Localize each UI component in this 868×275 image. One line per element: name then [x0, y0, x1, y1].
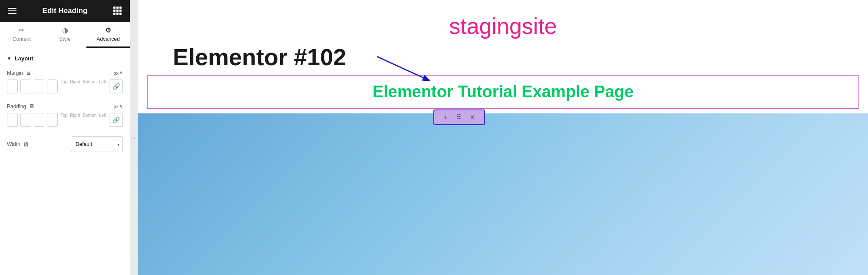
margin-label-row: Margin 🖥 px ∨	[7, 70, 123, 76]
padding-right-input[interactable]	[20, 113, 31, 127]
collapse-chevron-icon: ‹	[133, 135, 135, 141]
margin-unit-selector[interactable]: px ∨	[113, 70, 123, 76]
margin-input-labels: Top Right Bottom Left	[60, 80, 106, 84]
width-label: Width	[7, 141, 20, 147]
margin-inputs-group: Top Right Bottom Left 🔗	[7, 80, 123, 95]
arrow-annotation	[373, 52, 442, 87]
drag-widget-button[interactable]: ⠿	[452, 113, 466, 122]
margin-top-label: Top	[60, 80, 67, 84]
padding-unit-selector[interactable]: px ∨	[113, 103, 123, 109]
tab-advanced[interactable]: ⚙ Advanced	[86, 22, 130, 48]
margin-top-input[interactable]	[7, 80, 18, 93]
panel-title: Edit Heading	[43, 7, 88, 15]
margin-link-button[interactable]: 🔗	[109, 80, 123, 93]
heading-row: Elementor #102 + ⠿ ×	[138, 43, 868, 70]
tab-style-label: Style	[59, 36, 71, 42]
padding-left-input[interactable]	[47, 113, 58, 127]
collapse-arrow-icon: ▼	[7, 56, 11, 61]
width-row: Width 🖥 Default Full Width Inline Custom…	[7, 136, 123, 152]
elementor-heading: Elementor #102	[138, 43, 346, 70]
margin-field: Margin 🖥 px ∨ Top Rig	[7, 70, 123, 95]
tab-content[interactable]: ✏ Content	[0, 22, 43, 48]
delete-widget-button[interactable]: ×	[466, 113, 479, 122]
width-select[interactable]: Default Full Width Inline Custom	[71, 136, 123, 152]
width-field: Width 🖥 Default Full Width Inline Custom…	[7, 136, 123, 152]
padding-responsive-icon[interactable]: 🖥	[29, 103, 34, 109]
canvas-area: stagingsite Elementor #102 + ⠿ ×	[138, 0, 868, 275]
padding-bottom-input[interactable]	[34, 113, 45, 127]
padding-bottom-label: Bottom	[83, 113, 97, 118]
margin-unit-chevron: ∨	[119, 70, 123, 76]
panel-tabs: ✏ Content ◑ Style ⚙ Advanced	[0, 22, 130, 48]
tab-advanced-label: Advanced	[96, 36, 119, 42]
margin-right-label: Right	[70, 80, 80, 84]
padding-top-label: Top	[60, 113, 67, 118]
padding-field: Padding 🖥 px ∨ Top Ri	[7, 103, 123, 129]
margin-bottom-label: Bottom	[83, 80, 97, 84]
margin-inputs	[7, 80, 58, 93]
apps-grid-button[interactable]	[113, 7, 122, 15]
sidebar-header: Edit Heading	[0, 0, 130, 22]
blue-gradient-section	[138, 113, 868, 275]
width-select-wrapper: Default Full Width Inline Custom ▾	[71, 136, 123, 152]
margin-label: Margin	[7, 70, 23, 76]
add-widget-button[interactable]: +	[439, 113, 452, 122]
padding-link-button[interactable]: 🔗	[109, 113, 123, 127]
margin-unit-label: px	[113, 70, 119, 76]
padding-input-labels: Top Right Bottom Left	[60, 113, 106, 118]
selected-section[interactable]: Elementor Tutorial Example Page	[147, 75, 859, 109]
padding-inputs	[7, 113, 58, 127]
pencil-icon: ✏	[19, 27, 24, 34]
margin-right-input[interactable]	[20, 80, 31, 93]
padding-unit-chevron: ∨	[119, 103, 123, 109]
margin-bottom-input[interactable]	[34, 80, 45, 93]
padding-left-label: Left	[99, 113, 106, 118]
hamburger-menu-button[interactable]	[8, 8, 17, 14]
tab-style[interactable]: ◑ Style	[43, 22, 87, 48]
responsive-icon[interactable]: 🖥	[26, 70, 31, 76]
padding-unit-label: px	[113, 104, 119, 109]
panel-content: ▼ Layout Margin 🖥 px ∨	[0, 48, 130, 275]
main-canvas: stagingsite Elementor #102 + ⠿ ×	[138, 0, 868, 275]
margin-left-label: Left	[99, 80, 106, 84]
staging-site-title: stagingsite	[449, 13, 557, 39]
style-icon: ◑	[62, 27, 68, 34]
width-label-row: Width 🖥	[7, 141, 29, 148]
sidebar: Edit Heading ✏ Content ◑ Style ⚙ Advance…	[0, 0, 130, 275]
padding-top-input[interactable]	[7, 113, 18, 127]
padding-right-label: Right	[70, 113, 80, 118]
padding-inputs-group: Top Right Bottom Left 🔗	[7, 113, 123, 129]
margin-left-input[interactable]	[47, 80, 58, 93]
padding-label-row: Padding 🖥 px ∨	[7, 103, 123, 109]
width-responsive-icon[interactable]: 🖥	[23, 141, 29, 148]
padding-label: Padding	[7, 103, 26, 109]
gear-icon: ⚙	[105, 27, 111, 34]
widget-toolbar: + ⠿ ×	[433, 109, 485, 125]
sidebar-collapse-button[interactable]: ‹	[130, 0, 138, 275]
tab-content-label: Content	[13, 36, 31, 42]
layout-section-title: Layout	[15, 55, 33, 62]
layout-section-header[interactable]: ▼ Layout	[7, 55, 123, 62]
